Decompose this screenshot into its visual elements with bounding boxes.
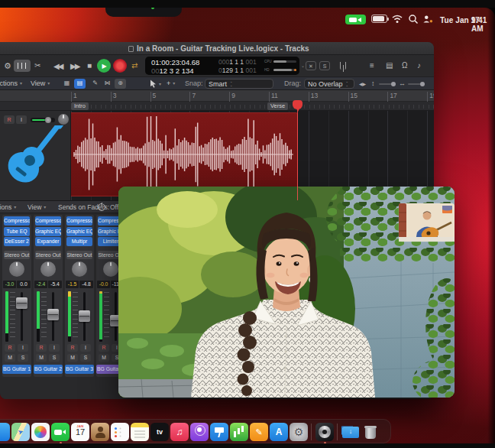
pan-knob[interactable] <box>9 261 24 277</box>
search-icon[interactable] <box>408 14 419 24</box>
horizontal-zoom-slider[interactable] <box>408 83 425 85</box>
plugin-slot[interactable]: Tube EQ <box>4 227 30 236</box>
stop-button[interactable]: ■ <box>87 62 92 70</box>
play-button[interactable]: ▶ <box>97 59 111 73</box>
rewind-button[interactable]: ◀◀ <box>53 63 62 70</box>
power-icon[interactable] <box>98 203 105 211</box>
mute-button[interactable]: M <box>36 354 47 362</box>
marker-verse[interactable]: Verse <box>267 102 288 110</box>
dock-icon-tv[interactable]: tv <box>150 423 169 441</box>
camera-active-indicator-icon[interactable] <box>345 15 366 24</box>
drag-select[interactable]: No Overlap <box>304 79 354 89</box>
dock-icon-facetime[interactable] <box>51 423 70 441</box>
tools-icon[interactable]: ✂ <box>34 62 40 70</box>
pointer-tool-menu[interactable] <box>150 80 161 88</box>
grid-view-icon[interactable]: ▦ <box>61 79 73 89</box>
volume-fader[interactable] <box>16 297 28 309</box>
input-monitor-button[interactable]: I <box>18 344 28 352</box>
dock-icon-keynote[interactable] <box>210 423 228 441</box>
functions-menu[interactable]: Functions <box>0 80 22 87</box>
smart-controls-icon[interactable]: ▤ <box>386 62 393 70</box>
channel-name[interactable]: BG Guitar 1 <box>2 365 31 374</box>
loop-browser-icon[interactable]: Ω <box>402 62 407 70</box>
secondary-tool-menu[interactable]: + <box>167 80 175 87</box>
volume-fader[interactable] <box>79 310 90 322</box>
dock-icon-pages[interactable]: ✎ <box>250 423 268 441</box>
plugin-slot[interactable]: Compressor <box>66 216 92 226</box>
vertical-zoom-icon[interactable]: ↕ <box>371 80 375 87</box>
dock-icon-music[interactable]: ♫ <box>170 423 189 441</box>
dock-icon-contacts[interactable] <box>91 423 109 441</box>
playhead-marker[interactable] <box>293 100 302 109</box>
track-header[interactable]: R I <box>0 111 71 200</box>
plugin-slot[interactable]: Compressor <box>4 216 30 226</box>
sends-on-faders-value[interactable]: Off <box>110 203 118 211</box>
mute-button[interactable]: M <box>5 354 15 362</box>
cycle-icon[interactable]: ⇄ <box>131 62 138 70</box>
snap-select[interactable]: Smart <box>205 79 273 89</box>
input-monitor-button[interactable]: I <box>80 344 91 352</box>
plugin-slot[interactable]: Graphic EQ <box>35 227 61 236</box>
record-enable-button[interactable]: R <box>5 344 15 352</box>
dock-icon-calendar[interactable]: JAN17 <box>71 423 89 441</box>
volume-fader[interactable] <box>47 309 59 320</box>
audio-region-recording[interactable] <box>71 112 298 196</box>
mute-button[interactable]: M <box>99 354 109 362</box>
settings-icon[interactable]: ⚙ <box>4 62 11 70</box>
solo-button[interactable]: S <box>18 354 28 362</box>
dock-icon-logicpro[interactable] <box>315 423 334 441</box>
track-input-monitor-button[interactable]: I <box>16 115 27 124</box>
record-enable-button[interactable]: R <box>67 344 78 352</box>
track-volume-slider[interactable] <box>31 118 55 122</box>
record-enable-button[interactable]: R <box>36 344 47 352</box>
channel-name[interactable]: BG Guitar 3 <box>65 365 94 374</box>
channel-name[interactable]: BG Guitar 2 <box>34 365 63 374</box>
dock-icon-downloads[interactable] <box>341 423 360 441</box>
marker-lane[interactable]: IntroVerse <box>0 102 434 111</box>
pan-knob[interactable] <box>103 261 118 277</box>
mixer-options-menu[interactable]: Options <box>0 203 16 211</box>
channel-strip[interactable]: CompressorGraphic EQMultiprStereo Out-1.… <box>65 215 94 377</box>
record-enable-button[interactable]: R <box>99 344 109 352</box>
plugin-slot[interactable]: Graphic EQ <box>66 227 92 236</box>
dock-icon-numbers[interactable] <box>230 423 248 441</box>
dock-icon-photos[interactable] <box>31 423 50 441</box>
mute-button[interactable]: M <box>67 354 78 362</box>
record-button[interactable] <box>113 59 127 73</box>
lcd-chevron-icon[interactable]: ⌄ <box>301 63 305 68</box>
tuner-icon[interactable] <box>340 62 346 70</box>
cancel-button[interactable]: ✕ <box>306 61 316 70</box>
crossfade-tool-icon[interactable]: ⋈ <box>102 79 113 89</box>
catch-playhead-icon[interactable]: ⊕ <box>115 79 126 89</box>
track-pan-knob[interactable] <box>58 114 69 125</box>
facetime-window[interactable] <box>118 187 455 398</box>
vertical-zoom-slider[interactable] <box>379 83 396 85</box>
output-slot[interactable]: Stereo Out <box>35 251 61 259</box>
dock-icon-reminders[interactable] <box>111 423 129 441</box>
forward-button[interactable]: ▶▶ <box>70 63 79 70</box>
dock-icon-appstore[interactable]: A <box>270 423 288 441</box>
marker-intro[interactable]: Intro <box>71 102 89 110</box>
editor-view-icon[interactable]: ▤ <box>74 79 86 89</box>
waveform-zoom-icon[interactable]: ◀▶ <box>359 81 366 86</box>
logic-title-bar[interactable]: In a Room - Guitar Tracking Live.logicx … <box>0 42 434 55</box>
bar-ruler[interactable]: 135791113151719 <box>0 90 434 102</box>
plugin-slot[interactable]: Compressor <box>35 216 61 226</box>
pen-tool-icon[interactable]: ✎ <box>89 79 101 89</box>
save-button[interactable]: S <box>319 61 330 70</box>
mixer-toggle-button[interactable] <box>14 60 31 72</box>
list-editors-icon[interactable]: ≡ <box>370 62 374 70</box>
plugin-slot[interactable]: Expander <box>35 237 61 246</box>
media-browser-icon[interactable]: ♪ <box>417 62 421 70</box>
solo-button[interactable]: S <box>49 354 60 362</box>
output-slot[interactable]: Stereo Out <box>4 251 30 259</box>
dock-icon-maps[interactable]: ➤ <box>11 423 30 441</box>
view-menu[interactable]: View <box>31 80 50 87</box>
input-monitor-button[interactable]: I <box>49 344 60 352</box>
dock-icon-settings[interactable]: ⚙ <box>290 423 308 441</box>
horizontal-zoom-icon[interactable]: ↔ <box>399 80 406 87</box>
dock-icon-trash[interactable] <box>361 423 380 441</box>
dock-icon-notes[interactable] <box>131 423 149 441</box>
dock-icon-podcasts[interactable] <box>190 423 209 441</box>
pan-knob[interactable] <box>40 261 56 277</box>
